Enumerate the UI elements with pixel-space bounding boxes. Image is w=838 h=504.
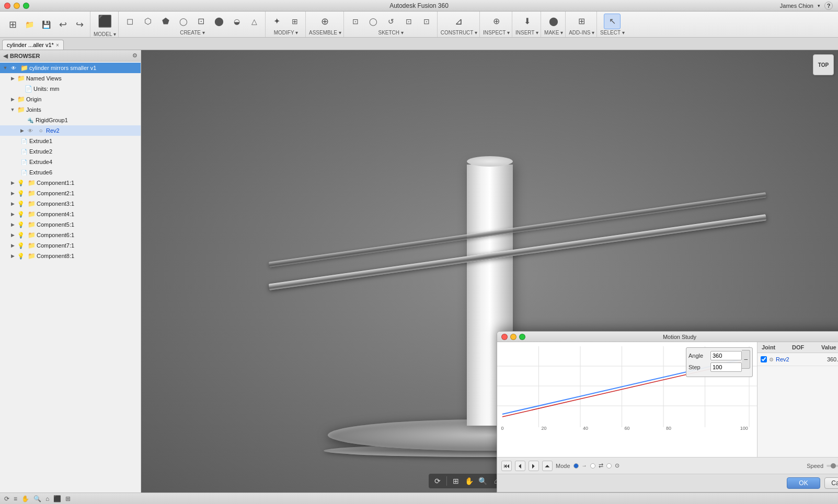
status-box-icon[interactable]: ⬛	[53, 495, 61, 502]
modify-icon-2[interactable]: ⊞	[286, 14, 303, 29]
select-icon[interactable]: ↖	[604, 14, 621, 29]
model-label[interactable]: MODEL ▾	[94, 31, 116, 37]
help-icon[interactable]: ?	[824, 2, 833, 10]
viewport[interactable]: TOP ⟳ ⊞ ✋ 🔍 ⌂ ⬜ ⊞ ⊞	[141, 50, 838, 493]
sidebar-settings-icon[interactable]: ⚙	[132, 52, 137, 59]
modify-label[interactable]: MODIFY ▾	[274, 30, 298, 36]
step-input[interactable]	[710, 362, 742, 372]
create-icon-2[interactable]: ⬡	[140, 14, 156, 29]
3d-scene[interactable]: TOP ⟳ ⊞ ✋ 🔍 ⌂ ⬜ ⊞ ⊞	[141, 50, 838, 493]
tree-item-c3[interactable]: ▶ 💡 📁 Component3:1	[0, 198, 141, 209]
status-pan-icon[interactable]: ✋	[21, 495, 29, 502]
mode-radio-1[interactable]	[573, 463, 579, 468]
save-icon[interactable]: 💾	[38, 17, 54, 32]
minimize-button[interactable]	[14, 3, 20, 9]
make-label[interactable]: MAKE ▾	[544, 30, 563, 36]
status-menu-icon[interactable]: ≡	[14, 495, 17, 502]
undo-icon[interactable]: ↩	[54, 17, 71, 32]
close-button[interactable]	[4, 3, 10, 9]
redo-icon[interactable]: ↪	[71, 17, 88, 32]
construct-label[interactable]: CONSTRUCT ▾	[441, 30, 477, 36]
addins-icon[interactable]: ⊞	[573, 14, 590, 29]
sketch-icon-3[interactable]: ↺	[383, 14, 399, 29]
construct-icon[interactable]: ⊿	[451, 14, 467, 29]
svg-text:40: 40	[583, 426, 588, 430]
svg-text:100: 100	[740, 426, 748, 430]
nav-pan-icon[interactable]: ✋	[464, 475, 475, 487]
ok-button[interactable]: OK	[787, 477, 820, 489]
tab-close-button[interactable]: ×	[56, 42, 59, 48]
nav-compass-icon[interactable]: ⟳	[432, 475, 443, 487]
status-grid-icon[interactable]: ⊞	[65, 495, 71, 502]
tree-item-c7[interactable]: ▶ 💡 📁 Component7:1	[0, 240, 141, 251]
assemble-label[interactable]: ASSEMBLE ▾	[309, 30, 341, 36]
create-icon-4[interactable]: ◯	[175, 14, 192, 29]
tree-item-c2[interactable]: ▶ 💡 📁 Component2:1	[0, 188, 141, 198]
tree-item-named-views[interactable]: ▶ 📁 Named Views	[0, 73, 141, 84]
tree-item-c1[interactable]: ▶ 💡 📁 Component1:1	[0, 178, 141, 188]
tree-item-extrude4[interactable]: 📄 Extrude4	[0, 157, 141, 167]
motion-row-checkbox[interactable]	[761, 356, 767, 362]
status-compass-icon[interactable]: ⟳	[4, 495, 9, 502]
tree-item-units[interactable]: 📄 Units: mm	[0, 84, 141, 94]
tree-item-c4[interactable]: ▶ 💡 📁 Component4:1	[0, 209, 141, 219]
addins-label[interactable]: ADD-INS ▾	[569, 30, 594, 36]
create-icon-3[interactable]: ⬟	[157, 14, 174, 29]
cancel-button[interactable]: Cancel	[824, 477, 838, 489]
select-label[interactable]: SELECT ▾	[600, 30, 625, 36]
create-icon-7[interactable]: ◒	[228, 14, 245, 29]
mode-radio-3[interactable]	[606, 463, 612, 468]
angle-input[interactable]	[710, 351, 742, 360]
motion-min-button[interactable]	[510, 334, 516, 340]
tree-item-rev2[interactable]: ▶ 👁 ○ Rev2	[0, 125, 141, 136]
tree-item-c5[interactable]: ▶ 💡 📁 Component5:1	[0, 219, 141, 230]
create-icon-1[interactable]: ◻	[122, 14, 139, 29]
status-zoom-icon[interactable]: 🔍	[33, 495, 41, 502]
sketch-icon-2[interactable]: ◯	[365, 14, 382, 29]
tree-item-origin[interactable]: ▶ 📁 Origin	[0, 94, 141, 104]
playback-prev-button[interactable]: ⏴	[515, 461, 525, 471]
inspect-icon[interactable]: ⊕	[488, 14, 505, 29]
input-minus-button[interactable]: −	[742, 350, 750, 369]
maximize-button[interactable]	[23, 3, 29, 9]
tree-item-c8[interactable]: ▶ 💡 📁 Component8:1	[0, 251, 141, 261]
tree-item-root[interactable]: ▼ 👁 📁 cylinder mirrors smaller v1	[0, 63, 141, 73]
nav-grid-icon[interactable]: ⊞	[450, 475, 462, 487]
active-tab[interactable]: cylinder ...aller v1* ×	[2, 40, 64, 50]
speed-slider[interactable]	[826, 465, 838, 467]
playback-play-button[interactable]: ⏵	[529, 461, 539, 471]
sidebar-collapse-icon[interactable]: ◀	[3, 52, 8, 60]
tree-item-rigidgroup1[interactable]: 🔩 RigidGroup1	[0, 115, 141, 125]
tree-item-c6[interactable]: ▶ 💡 📁 Component6:1	[0, 230, 141, 240]
create-icon-5[interactable]: ⊡	[193, 14, 210, 29]
insert-label[interactable]: INSERT ▾	[515, 30, 538, 36]
motion-close-button[interactable]	[501, 334, 508, 340]
assemble-icon[interactable]: ⊕	[317, 14, 334, 29]
model-cube-icon[interactable]: ⬛	[94, 12, 115, 31]
sketch-icon-4[interactable]: ⊡	[400, 14, 417, 29]
sidebar-title: BROWSER	[10, 53, 130, 59]
tree-item-extrude2[interactable]: 📄 Extrude2	[0, 146, 141, 157]
sketch-icon-5[interactable]: ⊡	[418, 14, 435, 29]
mode-radio-2[interactable]	[590, 463, 595, 468]
motion-max-button[interactable]	[519, 334, 525, 340]
status-home-icon[interactable]: ⌂	[45, 495, 49, 502]
modify-icon-1[interactable]: ✦	[269, 14, 285, 29]
sketch-icon-1[interactable]: ⊡	[347, 14, 364, 29]
grid-icon[interactable]: ⊞	[4, 17, 21, 32]
make-icon[interactable]: ⬤	[545, 14, 562, 29]
playback-last-button[interactable]: ⏶	[542, 461, 553, 471]
create-icon-6[interactable]: ⬤	[211, 14, 227, 29]
tree-item-extrude6[interactable]: 📄 Extrude6	[0, 167, 141, 178]
playback-first-button[interactable]: ⏮	[501, 461, 512, 471]
inspect-label[interactable]: INSPECT ▾	[483, 30, 510, 36]
insert-icon[interactable]: ⬇	[519, 14, 535, 29]
toolbar: ⊞ 📁 💾 ↩ ↪ ⬛ MODEL ▾ ◻ ⬡ ⬟ ◯ ⊡ ⬤ ◒ △ CREA…	[0, 11, 838, 38]
sketch-label[interactable]: SKETCH ▾	[378, 30, 404, 36]
file-icon[interactable]: 📁	[21, 17, 38, 32]
tree-item-extrude1[interactable]: 📄 Extrude1	[0, 136, 141, 146]
tree-item-joints[interactable]: ▼ 📁 Joints	[0, 104, 141, 115]
nav-zoom-icon[interactable]: 🔍	[477, 475, 489, 487]
create-icon-8[interactable]: △	[246, 14, 263, 29]
create-label[interactable]: CREATE ▾	[180, 30, 205, 36]
